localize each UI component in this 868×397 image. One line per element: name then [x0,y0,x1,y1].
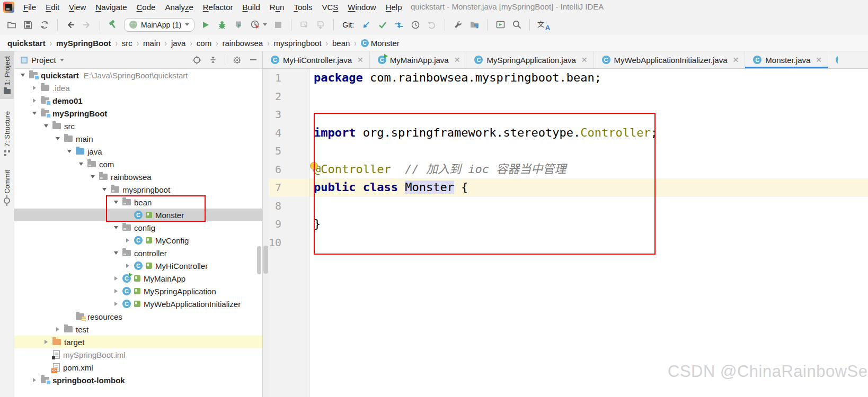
chevron-expanded-icon[interactable] [91,175,95,178]
code-editor[interactable]: 1 2 3 4 5 6 7 8 9 10 package com.rainbow… [263,69,868,397]
forward-icon[interactable] [82,20,92,30]
menu-window[interactable]: Window [343,3,380,12]
tree-item-myconfig[interactable]: MyConfig [14,234,262,247]
chevron-expanded-icon[interactable] [79,163,83,166]
close-icon[interactable]: ✕ [581,56,588,64]
chevron-expanded-icon[interactable] [67,150,72,153]
run-icon[interactable] [200,20,211,30]
tree-item-bean[interactable]: bean [14,196,262,209]
run-with-coverage-icon[interactable] [233,20,244,30]
tree-item-java[interactable]: java [14,145,262,158]
menu-vcs[interactable]: VCS [317,3,343,12]
chevron-collapsed-icon[interactable] [114,302,118,306]
tab-partial[interactable] [828,51,838,68]
tab-mymainapp[interactable]: MyMainApp.java✕ [370,51,467,68]
breadcrumb-item[interactable]: java [171,39,186,48]
stop-icon[interactable] [273,20,284,30]
sync-icon[interactable] [39,20,50,30]
tree-item-test[interactable]: test [14,323,262,336]
breadcrumb-item[interactable]: myspringboot [274,39,322,48]
menu-edit[interactable]: Edit [41,3,64,12]
run-configuration-select[interactable]: MainApp (1) [124,18,194,32]
attach-debugger-icon[interactable] [299,20,309,30]
close-icon[interactable]: ✕ [816,56,822,64]
tab-mywebapplicationinitializer[interactable]: MyWebApplicationInitializer.java✕ [594,51,746,68]
tree-item-monster[interactable]: Monster [14,209,262,221]
profiler-icon[interactable] [250,20,260,30]
menu-navigate[interactable]: Navigate [91,3,131,12]
close-icon[interactable]: ✕ [454,56,460,64]
tree-item-mymainapp[interactable]: MyMainApp [14,272,262,285]
chevron-collapsed-icon[interactable] [33,378,36,382]
git-push-icon[interactable] [394,20,404,30]
tree-item-controller[interactable]: controller [14,247,262,259]
breadcrumb-item[interactable]: src [122,39,132,48]
tree-item-target[interactable]: target [14,336,262,348]
menu-code[interactable]: Code [132,3,161,12]
tree-item-config[interactable]: config [14,221,262,234]
chevron-expanded-icon[interactable] [114,201,118,204]
settings-wrench-icon[interactable] [453,20,463,30]
history-icon[interactable] [410,20,421,30]
chevron-collapsed-icon[interactable] [114,276,118,281]
translate-icon[interactable]: 文A [537,20,550,30]
tree-item-myspringboot-iml[interactable]: mySpringBoot.iml [14,348,262,361]
breadcrumb-item[interactable]: main [143,39,161,48]
stripe-tab-project[interactable]: 1: Project [0,51,14,99]
tree-item-myspringboot-module[interactable]: mySpringBoot [14,107,262,120]
git-update-icon[interactable] [361,20,371,30]
chevron-expanded-icon[interactable] [114,226,118,229]
tab-monster[interactable]: Monster.java✕ [745,51,828,68]
project-structure-icon[interactable] [469,20,480,30]
project-panel-title[interactable]: Project [31,56,56,65]
search-everywhere-icon[interactable] [511,20,522,30]
menu-view[interactable]: View [64,3,91,12]
chevron-expanded-icon[interactable] [56,137,60,140]
save-icon[interactable] [23,20,33,30]
chevron-collapsed-icon[interactable] [114,289,118,293]
stripe-tab-structure[interactable]: 7: Structure [0,106,14,161]
tree-item-src[interactable]: src [14,120,262,132]
git-commit-icon[interactable] [377,20,388,30]
menu-analyze[interactable]: Analyze [160,3,198,12]
chevron-expanded-icon[interactable] [44,124,48,128]
chevron-collapsed-icon[interactable] [126,264,129,268]
tree-item-myspringboot-package[interactable]: myspringboot [14,183,262,196]
tree-item-springboot-lombok[interactable]: springboot-lombok [14,374,262,386]
close-icon[interactable]: ✕ [733,56,739,64]
tree-item-com[interactable]: com [14,158,262,170]
gear-icon[interactable] [232,55,242,65]
run-anything-icon[interactable] [495,20,506,30]
tree-item-mywebapplicationinitializer[interactable]: MyWebApplicationInitializer [14,297,262,310]
chevron-collapsed-icon[interactable] [33,98,36,103]
chevron-expanded-icon[interactable] [21,74,25,77]
scrollbar-thumb[interactable] [263,246,268,274]
debug-icon[interactable] [217,20,227,30]
tree-item-myspringapplication[interactable]: MySpringApplication [14,285,262,297]
menu-refactor[interactable]: Refactor [198,3,238,12]
breadcrumb-item[interactable]: rainbowsea [223,39,263,48]
tab-myspringapplication[interactable]: MySpringApplication.java✕ [466,51,594,68]
chevron-expanded-icon[interactable] [32,112,37,115]
stripe-tab-commit[interactable]: Commit [0,165,14,209]
hide-panel-icon[interactable] [249,55,258,65]
breadcrumb-item[interactable]: com [197,39,211,48]
menu-run[interactable]: Run [265,3,289,12]
build-hammer-icon[interactable] [108,20,118,30]
tree-item-pom-xml[interactable]: pom.xml [14,361,262,374]
tree-item-myhicontroller[interactable]: MyHiController [14,259,262,272]
breadcrumb-item[interactable]: Monster [371,39,400,48]
rollback-icon[interactable] [427,20,437,30]
back-icon[interactable] [65,20,76,30]
tab-myhicontroller[interactable]: MyHiController.java✕ [263,51,370,68]
code-content[interactable]: package com.rainbowsea.myspringboot.bean… [309,69,868,397]
menu-build[interactable]: Build [237,3,264,12]
menu-file[interactable]: File [19,3,41,12]
tree-item-main[interactable]: main [14,132,262,145]
menu-tools[interactable]: Tools [289,3,317,12]
chevron-collapsed-icon[interactable] [45,340,48,344]
tree-item-rainbowsea[interactable]: rainbowsea [14,170,262,183]
chevron-expanded-icon[interactable] [114,251,118,255]
tree-item-quickstart[interactable]: quickstartE:\Java\SpringBoot\quickstart [14,69,262,82]
open-icon[interactable] [6,20,17,30]
